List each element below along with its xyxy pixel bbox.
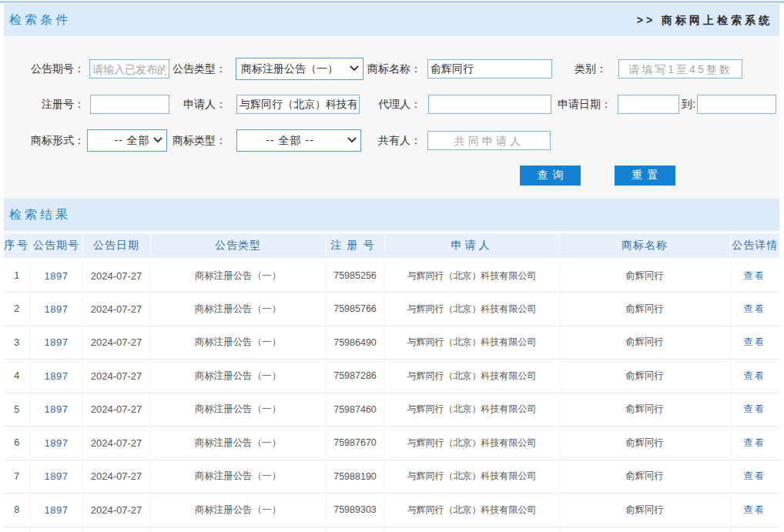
table-cell: 1	[4, 259, 30, 293]
tm-form-select[interactable]: -- 全部	[87, 129, 167, 152]
reset-button[interactable]: 重置	[615, 166, 675, 186]
detail-cell: 查看	[730, 360, 779, 393]
table-cell: 商标注册公告（一）	[150, 326, 326, 360]
tm-form-label: 商标形式：	[19, 131, 85, 150]
table-cell: 75986490	[326, 326, 384, 360]
table-cell: 俞辉同行	[559, 494, 730, 527]
table-cell: 与辉同行（北京）科技有限公司	[384, 494, 559, 527]
table-cell: 2024-07-27	[82, 259, 150, 293]
tm-name-label: 商标名称：	[356, 59, 421, 79]
tm-type-select[interactable]: -- 全部 --	[236, 129, 361, 152]
notice-type-select[interactable]: 商标注册公告（一）	[236, 58, 364, 80]
view-link[interactable]: 查看	[743, 336, 766, 347]
issue-no-link[interactable]: 1897	[45, 504, 69, 516]
table-cell: 商标注册公告（一）	[150, 393, 326, 427]
issue-no-cell: 1897	[30, 460, 82, 494]
table-cell: 4	[4, 360, 30, 393]
table-cell: 商标注册公告（一）	[150, 259, 326, 293]
table-body: 118972024-07-27商标注册公告（一）75985256与辉同行（北京）…	[4, 259, 779, 532]
table-cell: 俞辉同行	[559, 393, 730, 427]
issue-no-link[interactable]: 1897	[45, 270, 69, 282]
agent-label: 代理人：	[356, 95, 421, 114]
table-cell: 与辉同行（北京）科技有限公司	[384, 427, 559, 460]
notice-no-input[interactable]	[89, 59, 169, 79]
detail-cell: 查看	[730, 460, 779, 494]
tm-name-input[interactable]	[427, 59, 552, 79]
top-accent-line	[0, 1, 784, 3]
notice-type-value: 商标注册公告（一）	[236, 59, 363, 79]
issue-no-link[interactable]: 1897	[45, 470, 69, 482]
table-row: 418972024-07-27商标注册公告（一）75987286与辉同行（北京）…	[4, 360, 779, 393]
table-cell: 75985766	[326, 293, 384, 326]
app-date-from-input[interactable]	[618, 95, 679, 114]
issue-no-cell: 1897	[30, 494, 82, 527]
table-cell: 俞辉同行	[559, 460, 730, 494]
column-header: 公告期号	[30, 233, 82, 259]
table-row: 318972024-07-27商标注册公告（一）75986490与辉同行（北京）…	[4, 326, 779, 360]
view-link[interactable]: 查看	[743, 403, 766, 414]
search-button[interactable]: 查询	[520, 166, 581, 186]
view-link[interactable]: 查看	[743, 437, 766, 448]
agent-input[interactable]	[428, 95, 551, 114]
app-date-to-input[interactable]	[697, 95, 776, 114]
table-cell: 与辉同行（北京）科技有限公司	[384, 259, 559, 293]
search-conditions-bar: 检索条件 >> 商标网上检索系统	[4, 4, 779, 36]
view-link[interactable]: 查看	[743, 270, 766, 281]
detail-cell: 查看	[730, 494, 779, 527]
reg-no-label: 注册号：	[19, 95, 85, 114]
table-cell: 75987670	[326, 427, 384, 460]
column-header: 序号	[4, 233, 30, 259]
notice-no-label: 公告期号：	[19, 59, 85, 79]
view-link[interactable]: 查看	[743, 470, 766, 481]
app-date-to-label: 到:	[678, 95, 695, 114]
view-link[interactable]: 查看	[743, 303, 766, 314]
tm-type-label: 商标类型：	[161, 131, 226, 150]
table-cell: 2024-07-27	[82, 293, 150, 326]
detail-cell: 查看	[730, 259, 779, 293]
issue-no-cell: 1897	[30, 360, 82, 393]
view-link[interactable]: 查看	[743, 370, 766, 381]
search-results-title: 检索结果	[9, 199, 71, 231]
applicant-input[interactable]	[236, 95, 360, 114]
column-header: 申请人	[384, 233, 559, 259]
issue-no-link[interactable]: 1897	[45, 437, 69, 449]
table-cell: 2024-07-27	[82, 393, 150, 427]
issue-no-cell: 1897	[30, 259, 82, 293]
co-owner-input[interactable]	[427, 131, 551, 150]
table-cell: 商标注册公告（一）	[150, 494, 326, 527]
table-cell: 商标注册公告（一）	[150, 427, 326, 460]
issue-no-cell: 1897	[30, 393, 82, 427]
issue-no-link[interactable]: 1897	[45, 370, 69, 382]
table-cell: 与辉同行（北京）科技有限公司	[384, 293, 559, 326]
notice-type-label: 公告类型：	[161, 59, 226, 79]
table-cell: 俞辉同行	[559, 259, 730, 293]
table-cell: 75988190	[326, 460, 384, 494]
table-cell	[326, 527, 384, 532]
table-row: 518972024-07-27商标注册公告（一）75987460与辉同行（北京）…	[4, 393, 779, 427]
table-cell: 2	[4, 293, 30, 326]
table-cell: 与辉同行（北京）科技有限公司	[384, 460, 559, 494]
app-date-label: 申请日期：	[547, 95, 611, 114]
table-cell: 俞辉同行	[559, 360, 730, 393]
table-row: 218972024-07-27商标注册公告（一）75985766与辉同行（北京）…	[4, 293, 779, 326]
reg-no-input[interactable]	[90, 95, 169, 114]
table-cell: 5	[4, 393, 30, 427]
applicant-label: 申请人：	[161, 95, 226, 114]
issue-no-link[interactable]: 1897	[45, 336, 69, 348]
table-cell: 2024-07-27	[82, 494, 150, 527]
table-cell: 75987460	[326, 393, 384, 427]
table-row: 718972024-07-27商标注册公告（一）75988190与辉同行（北京）…	[4, 460, 779, 494]
tm-type-value: -- 全部 --	[237, 130, 360, 151]
table-cell: 7	[4, 460, 30, 494]
tm-class-input[interactable]	[618, 59, 742, 79]
issue-no-link[interactable]: 1897	[45, 403, 69, 415]
table-cell: 2024-07-27	[82, 460, 150, 494]
table-cell: 8	[4, 494, 30, 527]
table-cell: 俞辉同行	[559, 293, 730, 326]
system-title: >> 商标网上检索系统	[637, 4, 772, 36]
search-conditions-title: 检索条件	[9, 4, 71, 36]
table-cell	[82, 527, 150, 532]
table-cell: 75989303	[326, 494, 384, 527]
issue-no-link[interactable]: 1897	[45, 303, 69, 315]
view-link[interactable]: 查看	[743, 504, 766, 515]
